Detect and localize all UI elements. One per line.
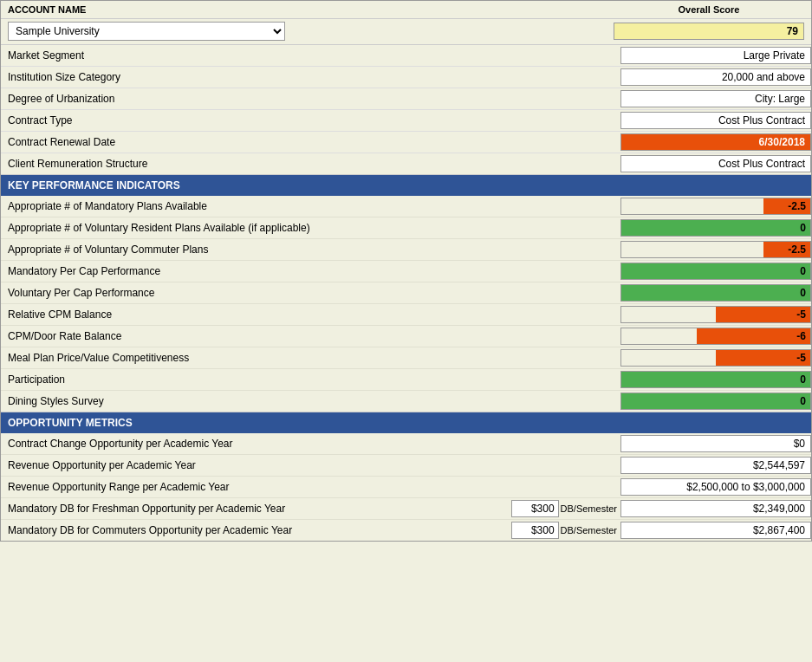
kpi-bar-text: 0 xyxy=(800,373,810,386)
kpi-bar xyxy=(621,263,810,279)
opp-row: Contract Change Opportunity per Academic… xyxy=(1,433,811,455)
info-value-cell: 6/30/2018 xyxy=(620,133,811,151)
kpi-bar-text: -5 xyxy=(796,308,810,321)
opp-row: Revenue Opportunity Range per Academic Y… xyxy=(1,477,811,498)
info-value-box: 20,000 and above xyxy=(620,68,811,86)
opp-value-cell: $2,349,000 xyxy=(620,500,811,517)
info-row: Degree of Urbanization City: Large xyxy=(1,88,811,110)
kpi-value-cell: -5 xyxy=(620,349,811,367)
info-row: Market Segment Large Private xyxy=(1,45,811,67)
info-label: Contract Renewal Date xyxy=(1,133,620,151)
kpi-bar-cell: 0 xyxy=(620,219,811,237)
score-value-cell: 79 xyxy=(614,23,804,40)
kpi-bar xyxy=(697,328,810,344)
kpi-row: Mandatory Per Cap Performance 0 xyxy=(1,261,811,282)
kpi-row: Appropriate # of Voluntary Resident Plan… xyxy=(1,217,811,239)
info-value-box: Cost Plus Contract xyxy=(620,112,811,129)
opp-row: Mandatory DB for Freshman Opportunity pe… xyxy=(1,498,811,520)
account-dropdown[interactable]: Sample University xyxy=(8,22,285,41)
info-label: Market Segment xyxy=(1,47,620,64)
account-select-wrap: Sample University xyxy=(8,22,614,41)
opp-value-cell: $0 xyxy=(620,435,811,452)
kpi-row: Appropriate # of Voluntary Commuter Plan… xyxy=(1,239,811,261)
main-container: ACCOUNT NAME Overall Score Sample Univer… xyxy=(0,0,812,542)
opp-section: Contract Change Opportunity per Academic… xyxy=(1,433,811,541)
info-value-box: 6/30/2018 xyxy=(620,133,811,151)
kpi-row: Appropriate # of Mandatory Plans Availab… xyxy=(1,196,811,217)
info-value-cell: City: Large xyxy=(620,90,811,107)
info-label: Institution Size Category xyxy=(1,68,620,86)
kpi-bar-text: 0 xyxy=(800,265,810,277)
opp-label: Mandatory DB for Freshman Opportunity pe… xyxy=(1,500,511,517)
kpi-value-cell: -2.5 xyxy=(620,241,811,258)
kpi-row: Participation 0 xyxy=(1,369,811,391)
opp-value-cell: $2,867,400 xyxy=(620,522,811,539)
kpi-bar-cell: -6 xyxy=(620,328,811,345)
opp-unit: DB/Semester xyxy=(561,503,617,514)
kpi-label: CPM/Door Rate Balance xyxy=(1,328,620,345)
kpi-row: Dining Styles Survey 0 xyxy=(1,391,811,412)
kpi-value-cell: 0 xyxy=(620,219,811,237)
kpi-row: Voluntary Per Cap Performance 0 xyxy=(1,282,811,304)
opp-value-box: $2,349,000 xyxy=(620,500,811,517)
kpi-bar-text: -2.5 xyxy=(788,243,810,256)
kpi-bar-text: 0 xyxy=(800,287,810,299)
opp-input[interactable] xyxy=(511,500,559,517)
kpi-bar-text: -5 xyxy=(796,352,810,364)
kpi-bar xyxy=(621,372,810,387)
info-value-cell: Cost Plus Contract xyxy=(620,112,811,129)
kpi-row: Meal Plan Price/Value Competitiveness -5 xyxy=(1,347,811,369)
kpi-bar-text: 0 xyxy=(800,222,810,234)
kpi-label: Appropriate # of Voluntary Commuter Plan… xyxy=(1,241,620,258)
account-select-row: Sample University 79 xyxy=(1,19,811,45)
info-value-cell: Large Private xyxy=(620,47,811,64)
opp-value-box: $2,867,400 xyxy=(620,522,811,539)
account-name-label: ACCOUNT NAME xyxy=(8,4,614,15)
kpi-bar-cell: -5 xyxy=(620,306,811,323)
kpi-value-cell: -6 xyxy=(620,328,811,345)
kpi-section: Appropriate # of Mandatory Plans Availab… xyxy=(1,196,811,412)
kpi-value-cell: -5 xyxy=(620,306,811,323)
opp-input-group: DB/Semester xyxy=(511,522,617,539)
info-value-box: Large Private xyxy=(620,47,811,64)
kpi-value-cell: 0 xyxy=(620,284,811,302)
info-section: Market Segment Large Private Institution… xyxy=(1,45,811,175)
kpi-bar-cell: 0 xyxy=(620,263,811,280)
opp-label: Revenue Opportunity Range per Academic Y… xyxy=(1,478,620,496)
overall-score-label: Overall Score xyxy=(614,4,804,15)
opp-value-box: $2,500,000 to $3,000,000 xyxy=(620,478,811,496)
overall-score-value: 79 xyxy=(614,23,804,40)
opp-section-header: OPPORTUNITY METRICS xyxy=(1,412,811,433)
opp-row: Mandatory DB for Commuters Opportunity p… xyxy=(1,520,811,541)
opp-value-cell: $2,544,597 xyxy=(620,457,811,474)
header-row: ACCOUNT NAME Overall Score xyxy=(1,1,811,19)
kpi-label: Participation xyxy=(1,371,620,388)
info-value-box: Cost Plus Contract xyxy=(620,155,811,172)
kpi-bar-cell: 0 xyxy=(620,393,811,410)
kpi-value-cell: 0 xyxy=(620,263,811,280)
opp-label: Revenue Opportunity per Academic Year xyxy=(1,457,620,474)
kpi-label: Mandatory Per Cap Performance xyxy=(1,263,620,280)
kpi-value-cell: 0 xyxy=(620,393,811,410)
info-label: Client Remuneration Structure xyxy=(1,155,620,172)
opp-value-box: $0 xyxy=(620,435,811,452)
info-value-cell: 20,000 and above xyxy=(620,68,811,86)
kpi-bar-text: -6 xyxy=(796,330,810,342)
kpi-label: Appropriate # of Mandatory Plans Availab… xyxy=(1,198,620,215)
opp-input-group: DB/Semester xyxy=(511,500,617,517)
opp-label: Mandatory DB for Commuters Opportunity p… xyxy=(1,522,511,539)
opp-value-cell: $2,500,000 to $3,000,000 xyxy=(620,478,811,496)
kpi-bar xyxy=(621,285,810,301)
kpi-bar xyxy=(621,220,810,236)
kpi-bar xyxy=(621,393,810,409)
opp-value-box: $2,544,597 xyxy=(620,457,811,474)
kpi-label: Dining Styles Survey xyxy=(1,393,620,410)
opp-input[interactable] xyxy=(511,522,559,539)
kpi-bar-text: 0 xyxy=(800,395,810,407)
info-value-cell: Cost Plus Contract xyxy=(620,155,811,172)
kpi-bar-cell: -2.5 xyxy=(620,198,811,215)
kpi-value-cell: -2.5 xyxy=(620,198,811,215)
kpi-section-header: KEY PERFORMANCE INDICATORS xyxy=(1,175,811,196)
kpi-bar-cell: 0 xyxy=(620,371,811,388)
info-row: Contract Renewal Date 6/30/2018 xyxy=(1,132,811,153)
